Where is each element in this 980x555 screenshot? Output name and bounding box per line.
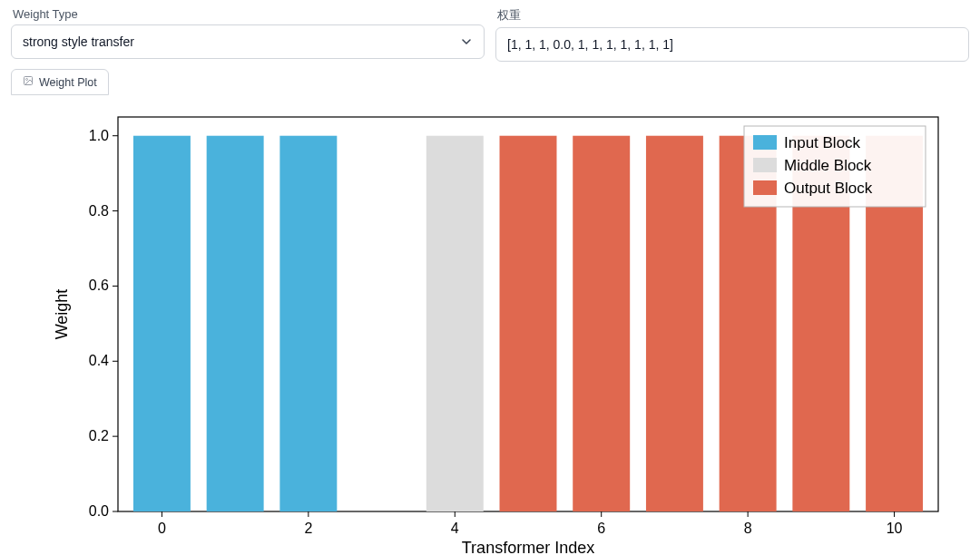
svg-text:6: 6 [597, 521, 605, 536]
svg-rect-45 [753, 180, 777, 195]
svg-text:8: 8 [744, 521, 752, 536]
svg-rect-43 [753, 158, 777, 172]
svg-rect-31 [279, 136, 337, 511]
svg-point-1 [26, 79, 28, 81]
svg-text:Weight: Weight [53, 289, 71, 340]
svg-rect-33 [426, 136, 484, 511]
svg-text:1.0: 1.0 [89, 128, 109, 143]
svg-text:Transformer Index: Transformer Index [462, 539, 594, 555]
svg-rect-35 [573, 136, 630, 511]
weight-type-dropdown[interactable]: strong style transfer [11, 24, 485, 59]
svg-text:Output Block: Output Block [784, 180, 873, 197]
weights-label: 权重 [495, 7, 969, 24]
svg-rect-30 [207, 136, 264, 511]
weights-input[interactable] [495, 27, 969, 62]
svg-text:10: 10 [887, 521, 903, 536]
svg-text:4: 4 [451, 521, 459, 536]
svg-rect-36 [646, 136, 703, 511]
svg-text:0.2: 0.2 [89, 428, 109, 443]
svg-text:0.8: 0.8 [89, 203, 109, 219]
weight-type-field: Weight Type strong style transfer [11, 7, 485, 62]
chevron-down-icon [462, 34, 471, 49]
svg-rect-41 [753, 135, 777, 150]
svg-text:0.0: 0.0 [89, 503, 109, 519]
weight-plot-chart: 0.00.20.40.60.81.00246810Transformer Ind… [11, 99, 969, 555]
svg-text:0.4: 0.4 [89, 353, 109, 368]
tab-label: Weight Plot [39, 76, 97, 89]
svg-text:0: 0 [158, 521, 166, 536]
image-icon [23, 75, 34, 89]
tab-weight-plot[interactable]: Weight Plot [11, 69, 109, 95]
weights-field: 权重 [495, 7, 969, 62]
svg-rect-29 [133, 136, 191, 511]
weight-type-value: strong style transfer [23, 34, 134, 49]
weight-type-label: Weight Type [11, 7, 485, 21]
svg-text:0.6: 0.6 [89, 278, 109, 293]
svg-text:Input Block: Input Block [784, 134, 861, 151]
svg-rect-34 [500, 136, 557, 511]
svg-text:2: 2 [304, 521, 312, 536]
svg-text:Middle Block: Middle Block [784, 157, 872, 174]
